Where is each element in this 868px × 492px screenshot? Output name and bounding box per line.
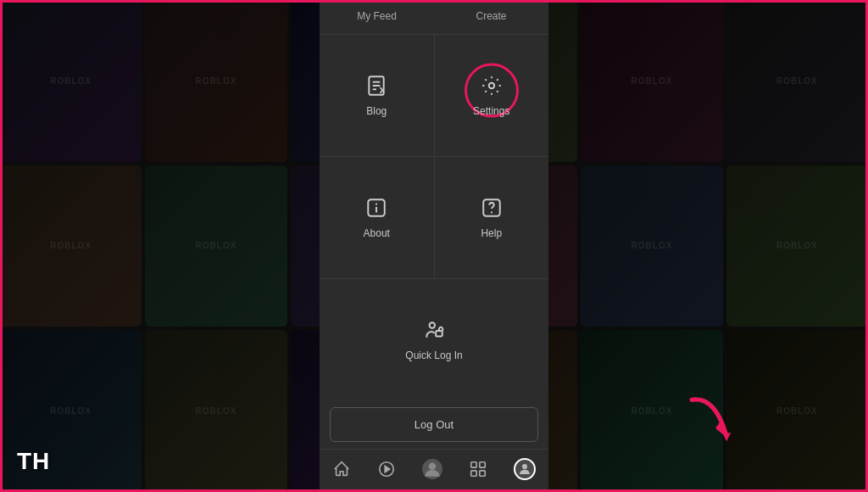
svg-point-9 [491, 211, 492, 212]
nav-catalog[interactable] [469, 458, 487, 480]
svg-point-20 [522, 464, 527, 469]
svg-rect-18 [471, 471, 476, 476]
person-lock-icon [423, 319, 445, 344]
tab-create[interactable]: Create [434, 0, 548, 34]
svg-rect-17 [480, 462, 485, 467]
settings-label: Settings [473, 105, 509, 117]
svg-point-4 [489, 82, 495, 88]
bottom-nav [320, 449, 548, 492]
blog-label: Blog [366, 105, 387, 117]
phone-panel: My Feed Create Blog [320, 0, 548, 492]
menu-item-blog[interactable]: Blog [320, 35, 434, 156]
menu-grid: Blog Settings About [320, 35, 548, 400]
svg-point-7 [376, 204, 377, 204]
menu-item-help[interactable]: Help [435, 157, 549, 278]
about-label: About [364, 227, 390, 239]
nav-avatar[interactable] [421, 458, 443, 480]
info-icon [365, 197, 387, 222]
gear-icon [481, 75, 503, 100]
top-tabs: My Feed Create [320, 0, 548, 35]
watermark: TH [17, 448, 50, 475]
menu-item-about[interactable]: About [320, 157, 434, 278]
menu-item-settings[interactable]: Settings [435, 35, 549, 156]
logout-button[interactable]: Log Out [330, 407, 538, 442]
question-icon [481, 197, 503, 222]
tab-my-feed[interactable]: My Feed [320, 0, 434, 34]
document-icon [365, 75, 387, 100]
svg-marker-13 [385, 466, 390, 472]
nav-home[interactable] [332, 458, 351, 480]
svg-rect-16 [471, 462, 476, 467]
menu-item-quick-login[interactable]: Quick Log In [320, 279, 548, 400]
svg-point-10 [430, 322, 435, 328]
svg-rect-11 [436, 331, 442, 337]
nav-profile-avatar[interactable] [514, 458, 536, 480]
svg-point-15 [429, 462, 437, 470]
nav-play[interactable] [377, 458, 396, 480]
svg-rect-19 [480, 471, 485, 476]
help-label: Help [481, 227, 502, 239]
quick-login-label: Quick Log In [405, 349, 462, 361]
